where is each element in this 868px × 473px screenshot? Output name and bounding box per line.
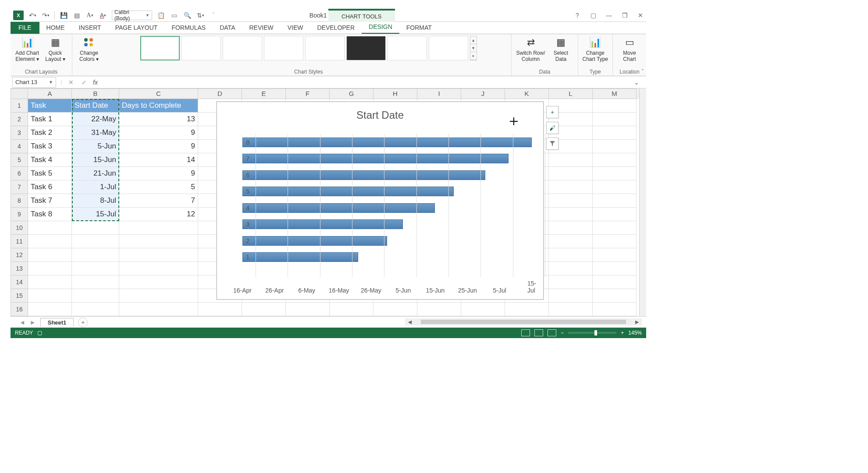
cancel-formula-icon[interactable]: ✕ bbox=[67, 79, 75, 86]
zoom-value[interactable]: 145% bbox=[628, 330, 642, 336]
tab-review[interactable]: REVIEW bbox=[242, 21, 280, 34]
zoom-out-button[interactable]: − bbox=[561, 330, 564, 336]
font-name-combo[interactable]: Calibri (Body) ▼ bbox=[112, 11, 152, 20]
chart-title[interactable]: Start Date bbox=[217, 109, 543, 121]
enter-formula-icon[interactable]: ✓ bbox=[80, 79, 89, 86]
gallery-scroll[interactable]: ▲▼▾ bbox=[470, 36, 477, 60]
font-size-icon[interactable]: A▾ bbox=[85, 11, 94, 20]
expand-formula-bar-icon[interactable]: ⌄ bbox=[634, 79, 639, 86]
row-header[interactable]: 14 bbox=[11, 275, 28, 289]
chart-style-4[interactable] bbox=[264, 36, 303, 60]
cell[interactable]: 9 bbox=[119, 140, 198, 153]
chart-filters-button-icon[interactable] bbox=[546, 138, 559, 150]
cell[interactable]: Task 5 bbox=[28, 167, 72, 180]
close-icon[interactable]: ✕ bbox=[637, 12, 644, 19]
restore-icon[interactable]: ❐ bbox=[621, 12, 629, 19]
cell[interactable]: Start Date bbox=[72, 99, 119, 113]
cell[interactable]: Task 7 bbox=[28, 194, 72, 208]
row-header[interactable]: 13 bbox=[11, 262, 28, 275]
row-header[interactable]: 3 bbox=[11, 126, 28, 140]
col-header[interactable]: E bbox=[242, 88, 286, 99]
row-header[interactable]: 9 bbox=[11, 208, 28, 221]
sheet-nav-next-icon[interactable]: ► bbox=[30, 319, 36, 326]
col-header[interactable]: A bbox=[28, 88, 72, 99]
col-header[interactable]: F bbox=[286, 88, 330, 99]
change-chart-type-button[interactable]: 📊 Change Chart Type bbox=[583, 36, 608, 63]
cell[interactable]: 31-May bbox=[72, 126, 119, 140]
cell[interactable]: 15-Jul bbox=[72, 208, 119, 221]
cell[interactable]: 7 bbox=[119, 194, 198, 208]
tab-developer[interactable]: DEVELOPER bbox=[310, 21, 362, 34]
select-all-corner[interactable] bbox=[11, 88, 28, 99]
minimize-icon[interactable]: — bbox=[605, 12, 613, 19]
chart-bar[interactable] bbox=[242, 219, 403, 229]
zoom-slider-thumb[interactable] bbox=[594, 330, 597, 335]
move-chart-button[interactable]: ▭ Move Chart bbox=[617, 36, 642, 63]
cell[interactable]: 21-Jun bbox=[72, 167, 119, 180]
cell[interactable]: 22-May bbox=[72, 113, 119, 126]
chart-styles-gallery[interactable]: ▲▼▾ bbox=[140, 36, 477, 60]
chart-bar[interactable] bbox=[242, 187, 454, 196]
cell[interactable]: 5 bbox=[119, 180, 198, 194]
col-header[interactable]: I bbox=[417, 88, 461, 99]
quick-layout-button[interactable]: ▦ Quick Layout ▾ bbox=[43, 36, 68, 63]
horizontal-scrollbar[interactable]: ◄► bbox=[405, 318, 642, 325]
change-colors-button[interactable]: Change Colors ▾ bbox=[77, 36, 101, 63]
zoom-icon[interactable]: 🔍 bbox=[183, 11, 192, 20]
chart-bar[interactable] bbox=[242, 138, 532, 147]
select-data-button[interactable]: ▦ Select Data bbox=[549, 36, 573, 63]
col-header[interactable]: K bbox=[505, 88, 549, 99]
col-header[interactable]: J bbox=[461, 88, 505, 99]
col-header[interactable]: G bbox=[330, 88, 374, 99]
tab-data[interactable]: DATA bbox=[213, 21, 242, 34]
tab-format[interactable]: FORMAT bbox=[399, 21, 439, 34]
normal-view-icon[interactable] bbox=[521, 329, 530, 336]
tab-page-layout[interactable]: PAGE LAYOUT bbox=[108, 21, 165, 34]
print-preview-icon[interactable]: ▤ bbox=[72, 11, 81, 20]
collapse-ribbon-icon[interactable]: ˇ bbox=[642, 69, 644, 75]
cell[interactable]: Task 3 bbox=[28, 140, 72, 153]
tab-design[interactable]: DESIGN bbox=[362, 21, 399, 34]
cell[interactable]: 14 bbox=[119, 153, 198, 167]
cell[interactable]: Days to Complete bbox=[119, 99, 198, 113]
row-header[interactable]: 6 bbox=[11, 167, 28, 180]
row-header[interactable]: 12 bbox=[11, 248, 28, 262]
col-header[interactable]: M bbox=[593, 88, 637, 99]
help-icon[interactable]: ? bbox=[573, 12, 581, 19]
col-header[interactable]: L bbox=[549, 88, 593, 99]
row-header[interactable]: 8 bbox=[11, 194, 28, 208]
chart-styles-button-icon[interactable]: 🖌 bbox=[546, 122, 559, 134]
chart-style-7[interactable] bbox=[388, 36, 427, 60]
sheet-tab[interactable]: Sheet1 bbox=[40, 318, 74, 327]
col-header[interactable]: H bbox=[374, 88, 417, 99]
cell[interactable]: Task 1 bbox=[28, 113, 72, 126]
row-header[interactable]: 11 bbox=[11, 235, 28, 248]
file-tab[interactable]: FILE bbox=[11, 21, 39, 34]
cell[interactable]: Task 2 bbox=[28, 126, 72, 140]
cell[interactable]: 15-Jun bbox=[72, 153, 119, 167]
col-header[interactable]: D bbox=[198, 88, 242, 99]
row-header[interactable]: 4 bbox=[11, 140, 28, 153]
customize-icon[interactable]: ‾ bbox=[209, 11, 218, 20]
chart-bar[interactable] bbox=[242, 252, 358, 262]
row-header[interactable]: 10 bbox=[11, 221, 28, 235]
cell[interactable]: 13 bbox=[119, 113, 198, 126]
row-header[interactable]: 1 bbox=[11, 99, 28, 113]
col-header[interactable]: C bbox=[119, 88, 198, 99]
row-header[interactable]: 2 bbox=[11, 113, 28, 126]
cell[interactable]: 9 bbox=[119, 126, 198, 140]
tab-insert[interactable]: INSERT bbox=[72, 21, 108, 34]
page-break-view-icon[interactable] bbox=[548, 329, 556, 336]
paste-icon[interactable]: 📋 bbox=[157, 11, 165, 20]
cell[interactable]: Task bbox=[28, 99, 72, 113]
macro-record-icon[interactable]: ▢ bbox=[37, 330, 42, 336]
row-header[interactable]: 15 bbox=[11, 289, 28, 303]
new-sheet-button[interactable]: + bbox=[78, 318, 88, 327]
sort-icon[interactable]: ⇅▾ bbox=[196, 11, 205, 20]
col-header[interactable]: B bbox=[72, 88, 119, 99]
row-header[interactable]: 7 bbox=[11, 180, 28, 194]
chart-bar[interactable] bbox=[242, 170, 485, 180]
chart-bar[interactable] bbox=[242, 203, 435, 213]
save-icon[interactable]: 💾 bbox=[59, 11, 68, 20]
tab-home[interactable]: HOME bbox=[39, 21, 72, 34]
